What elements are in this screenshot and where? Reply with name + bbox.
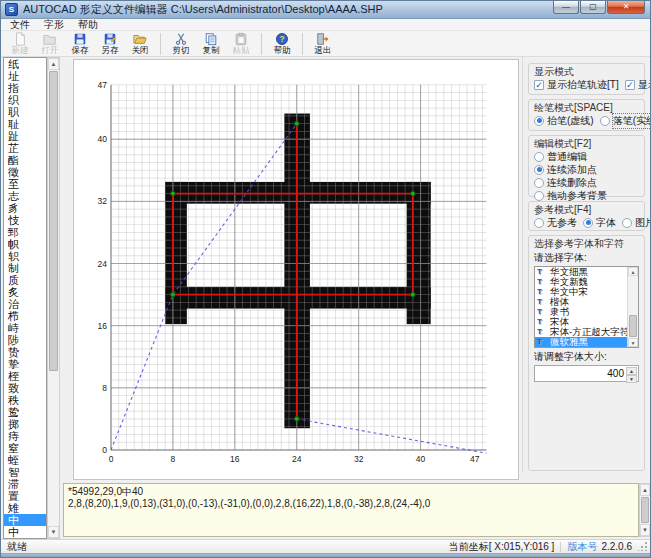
char-list-item[interactable]: 致 <box>4 382 46 394</box>
menu-item[interactable]: 帮助 <box>71 19 105 31</box>
char-list-item[interactable]: 址 <box>4 70 46 82</box>
radio-option[interactable]: 无参考 <box>534 216 577 229</box>
toolbar-button-cut[interactable]: 剪切 <box>166 32 196 57</box>
char-list-item[interactable]: 陟 <box>4 334 46 346</box>
char-list-item[interactable]: 职 <box>4 106 46 118</box>
char-list-item[interactable]: 忮 <box>4 214 46 226</box>
scrollbar-thumb[interactable] <box>641 497 649 523</box>
checkbox-option[interactable]: ✓显示点[X] <box>625 78 651 91</box>
char-list-item[interactable]: 滞 <box>4 478 46 490</box>
toolbar-button-save-as[interactable]: 另存 <box>95 32 125 57</box>
scroll-down-icon[interactable]: ▼ <box>628 338 638 347</box>
char-list-item[interactable]: 制 <box>4 262 46 274</box>
char-list-item[interactable]: 帜 <box>4 238 46 250</box>
scroll-up-icon[interactable]: ▲ <box>640 484 650 496</box>
character-list[interactable]: 纸址指织职耻趾芷酯徵至志豸忮郅帜轵制质炙治栉峙陟贽挚桎致秩鸷掷痔窒蛭智滞置雉中中 <box>3 57 47 539</box>
char-list-item[interactable]: 织 <box>4 94 46 106</box>
char-list-item[interactable]: 至 <box>4 178 46 190</box>
char-list-item[interactable]: 郅 <box>4 226 46 238</box>
char-list-item[interactable]: 耻 <box>4 118 46 130</box>
char-list-item[interactable]: 秩 <box>4 394 46 406</box>
char-list-item[interactable]: 质 <box>4 274 46 286</box>
radio-option[interactable]: 字体 <box>583 216 616 229</box>
char-list-item[interactable]: 雉 <box>4 502 46 514</box>
scroll-down-icon[interactable]: ▼ <box>640 524 650 536</box>
char-list-item[interactable]: 指 <box>4 82 46 94</box>
toolbar-separator <box>261 33 262 55</box>
char-list-item[interactable]: 中 <box>4 526 46 538</box>
glyph-canvas[interactable]: 081624324047081624324047 <box>74 60 518 479</box>
font-list-item[interactable]: T新宋体 <box>535 347 638 348</box>
scrollbar-thumb[interactable] <box>49 71 58 371</box>
font-list-scrollbar[interactable]: ▲▼ <box>627 267 638 347</box>
toolbar-button-label: 新建 <box>12 46 29 55</box>
radio-option[interactable]: 落笔(实线) <box>600 114 651 127</box>
char-list-item[interactable]: 酯 <box>4 154 46 166</box>
char-list-item[interactable]: 芷 <box>4 142 46 154</box>
code-scrollbar[interactable]: ▲ ▼ <box>639 483 651 537</box>
char-list-item[interactable]: 窒 <box>4 442 46 454</box>
radio-option[interactable]: 抬笔(虚线) <box>534 114 594 127</box>
scroll-down-icon[interactable]: ▼ <box>48 526 59 538</box>
radio-option[interactable]: 连续添加点 <box>534 163 639 176</box>
resize-grip[interactable] <box>638 541 648 551</box>
toolbar-button-copy[interactable]: 复制 <box>196 32 226 57</box>
radio-icon <box>534 116 544 126</box>
svg-text:16: 16 <box>98 321 108 331</box>
char-list-item[interactable]: 趾 <box>4 130 46 142</box>
scroll-up-icon[interactable]: ▲ <box>628 267 638 276</box>
radio-option[interactable]: 普通编辑 <box>534 150 639 163</box>
exit-icon <box>316 32 330 46</box>
checkbox-option[interactable]: ✓显示抬笔轨迹[T] <box>534 78 619 91</box>
spin-up-icon[interactable]: ▲ <box>626 367 637 375</box>
truetype-icon: T <box>537 287 547 297</box>
radio-icon <box>534 191 544 201</box>
char-list-item[interactable]: 豸 <box>4 202 46 214</box>
radio-option[interactable]: 连续删除点 <box>534 176 639 189</box>
toolbar-button-help[interactable]: ?帮助 <box>267 32 297 57</box>
radio-icon <box>583 218 593 228</box>
char-list-item[interactable]: 挚 <box>4 358 46 370</box>
pen-mode-group: 绘笔模式[SPACE] 抬笔(虚线)落笔(实线) <box>528 99 645 131</box>
char-list-item[interactable]: 徵 <box>4 166 46 178</box>
toolbar-button-exit[interactable]: 退出 <box>308 32 338 57</box>
char-list-item[interactable]: 置 <box>4 490 46 502</box>
copy-icon <box>204 32 218 46</box>
char-list-item[interactable]: 鸷 <box>4 406 46 418</box>
font-list[interactable]: T华文细黑T华文新魏T华文中宋T楷体T隶书T宋体T宋体-方正超大字符集T微软雅黑… <box>534 266 639 348</box>
font-size-spinner[interactable]: 400 ▲ ▼ <box>534 365 639 382</box>
char-list-item[interactable]: 痔 <box>4 430 46 442</box>
toolbar-button-save[interactable]: 保存 <box>65 32 95 57</box>
group-title: 参考模式[F4] <box>534 204 639 215</box>
minimize-button[interactable]: — <box>553 1 579 14</box>
char-list-item[interactable]: 贽 <box>4 346 46 358</box>
char-list-item[interactable]: 智 <box>4 466 46 478</box>
char-list-item[interactable]: 治 <box>4 298 46 310</box>
toolbar-button-close-file[interactable]: 关闭 <box>125 32 155 57</box>
char-list-item[interactable]: 峙 <box>4 322 46 334</box>
char-list-item[interactable]: 栉 <box>4 310 46 322</box>
character-list-scrollbar[interactable]: ▲ ▼ <box>47 57 60 539</box>
char-list-item[interactable]: 桎 <box>4 370 46 382</box>
spin-down-icon[interactable]: ▼ <box>626 375 637 383</box>
char-list-item[interactable]: 中 <box>4 514 46 526</box>
scrollbar-thumb[interactable] <box>629 315 637 337</box>
char-list-item[interactable]: 蛭 <box>4 454 46 466</box>
spinner-buttons: ▲ ▼ <box>626 367 637 380</box>
char-list-item[interactable]: 纸 <box>4 58 46 70</box>
char-list-item[interactable]: 志 <box>4 190 46 202</box>
close-icon: ✕ <box>623 3 630 11</box>
shape-code-editor[interactable]: *54992,29,0中40 2,8,(8,20),1,9,(0,13),(31… <box>63 483 639 537</box>
menu-item[interactable]: 字形 <box>37 19 71 31</box>
truetype-icon: T <box>537 327 547 337</box>
char-list-item[interactable]: 轵 <box>4 250 46 262</box>
group-title: 选择参考字体和字符 <box>534 238 639 249</box>
truetype-icon: T <box>537 277 547 287</box>
char-list-item[interactable]: 掷 <box>4 418 46 430</box>
scroll-up-icon[interactable]: ▲ <box>48 58 59 70</box>
maximize-button[interactable]: ▢ <box>580 1 606 14</box>
close-button[interactable]: ✕ <box>607 1 645 14</box>
menu-item[interactable]: 文件 <box>3 19 37 31</box>
radio-option[interactable]: 图片 <box>622 216 651 229</box>
char-list-item[interactable]: 炙 <box>4 286 46 298</box>
